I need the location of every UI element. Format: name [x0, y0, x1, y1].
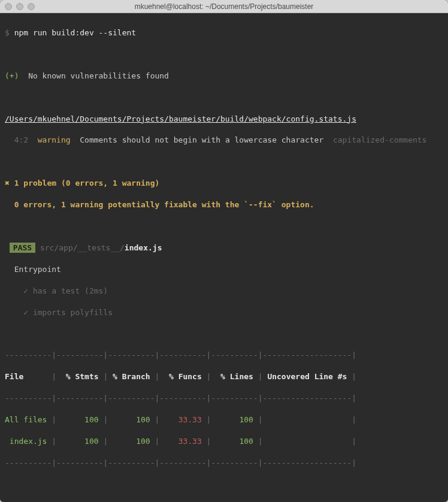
lint-file-path: /Users/mkuehnel/Documents/Projects/baume… [5, 114, 443, 125]
lint-location: 4:2 [14, 135, 28, 144]
vuln-icon: (+) [5, 71, 19, 80]
x-icon: ✖ [5, 179, 10, 188]
check-icon: ✓ [23, 286, 28, 295]
test-pass-line: PASS src/app/__tests__/index.js [5, 243, 443, 253]
terminal-body[interactable]: $ npm run build:dev --silent (+) No know… [0, 13, 448, 502]
test-item-2: ✓ imports polyfills [5, 307, 443, 318]
pass-badge: PASS [10, 243, 35, 253]
problem-fixable: 0 errors, 1 warning potentially fixable … [5, 199, 443, 210]
table-border: ----------|----------|----------|-------… [5, 458, 443, 468]
close-button[interactable] [5, 3, 12, 10]
vuln-text: No known vulnerabilities found [28, 71, 169, 80]
test-dir: src/app/__tests__/ [40, 243, 125, 252]
lint-level: warning [38, 135, 71, 144]
vuln-line: (+) No known vulnerabilities found [5, 71, 443, 81]
test-item-1: ✓ has a test (2ms) [5, 286, 443, 297]
titlebar[interactable]: mkuehnel@localhost: ~/Documents/Projects… [0, 0, 448, 13]
lint-message-line: 4:2 warning Comments should not begin wi… [5, 135, 443, 146]
table-header: File | % Stmts | % Branch | % Funcs | % … [5, 371, 443, 382]
command-text: npm run build:dev --silent [14, 28, 137, 37]
lint-msg: Comments should not begin with a lowerca… [80, 135, 323, 144]
window-title: mkuehnel@localhost: ~/Documents/Projects… [0, 2, 448, 11]
table-border: ----------|----------|----------|-------… [5, 350, 443, 361]
table-row: All files | 100 | 100 | 33.33 | 100 | | [5, 415, 443, 425]
table-border: ----------|----------|----------|-------… [5, 393, 443, 404]
table-row: index.js | 100 | 100 | 33.33 | 100 | | [5, 436, 443, 447]
zoom-button[interactable] [28, 3, 35, 10]
traffic-lights [5, 3, 35, 10]
problem-summary: ✖ 1 problem (0 errors, 1 warning) [5, 178, 443, 189]
minimize-button[interactable] [16, 3, 23, 10]
terminal-window: mkuehnel@localhost: ~/Documents/Projects… [0, 0, 448, 502]
lint-rule: capitalized-comments [333, 135, 427, 144]
command-line: $ npm run build:dev --silent [5, 28, 443, 38]
check-icon: ✓ [23, 308, 28, 317]
prompt-symbol: $ [5, 28, 10, 37]
test-file: index.js [125, 243, 162, 252]
suite-name: Entrypoint [5, 264, 443, 275]
